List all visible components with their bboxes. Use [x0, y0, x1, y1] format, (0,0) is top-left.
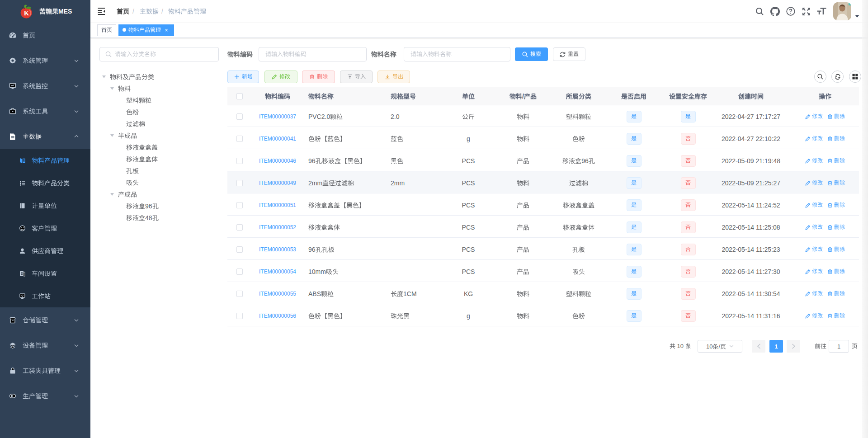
svg-text:K: K: [24, 9, 29, 17]
